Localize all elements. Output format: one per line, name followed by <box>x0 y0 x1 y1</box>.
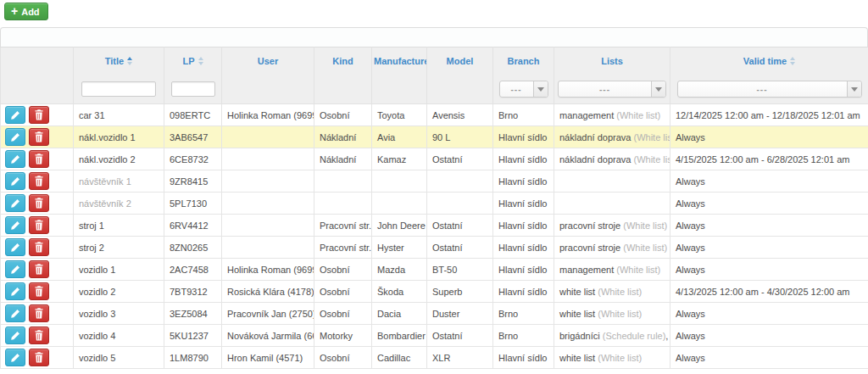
column-label-user: User <box>258 56 278 66</box>
pencil-icon <box>10 176 20 187</box>
cell-lists: management (White list) <box>554 259 670 281</box>
cell-model: Ostatní <box>427 325 493 347</box>
cell-lp: 1LM8790 <box>164 347 222 369</box>
pencil-icon <box>10 110 20 120</box>
plus-icon: + <box>11 5 18 17</box>
filter-cell-model <box>427 75 493 104</box>
cell-lists: white list (White list) <box>554 303 670 325</box>
branch-filter-select[interactable]: --- <box>499 81 548 98</box>
trash-icon <box>34 109 44 120</box>
cell-branch: Hlavní sídlo <box>493 193 554 215</box>
table-row[interactable]: stroj 28ZN0265Pracovní str...HysterOstat… <box>1 237 868 259</box>
delete-button[interactable] <box>29 304 49 322</box>
edit-button[interactable] <box>5 172 25 190</box>
lp-filter-input[interactable] <box>171 81 215 97</box>
trash-icon <box>34 264 44 275</box>
table-row[interactable]: návštěvník 25PL7130Hlavní sídloAlways <box>1 193 868 215</box>
edit-button[interactable] <box>5 349 25 366</box>
delete-button[interactable] <box>29 327 49 344</box>
column-header-branch: Branch <box>493 47 554 75</box>
cell-actions <box>1 215 74 237</box>
edit-button[interactable] <box>5 150 25 168</box>
cell-branch: Brno <box>493 325 554 347</box>
table-row[interactable]: návštěvník 19ZR8415Hlavní sídloAlways <box>1 170 868 193</box>
table-row[interactable]: car 31098ERTCHolinka Roman (9699)OsobníT… <box>1 104 868 126</box>
cell-title: car 31 <box>74 104 164 126</box>
title-filter-input[interactable] <box>81 81 156 97</box>
lists-filter-select[interactable]: --- <box>558 81 666 98</box>
cell-valid_time: Always <box>670 170 868 193</box>
trash-icon <box>34 198 44 209</box>
table-row[interactable]: vozidlo 33EZ5084Pracovník Jan (2750)Osob… <box>1 303 868 325</box>
delete-button[interactable] <box>29 260 49 278</box>
delete-button[interactable] <box>29 150 49 168</box>
cell-title: návštěvník 1 <box>74 170 164 193</box>
edit-button[interactable] <box>5 304 25 322</box>
edit-button[interactable] <box>5 106 25 124</box>
list-name: , whit... <box>665 331 670 341</box>
edit-button[interactable] <box>5 327 25 344</box>
cell-manufacturer <box>372 193 427 215</box>
cell-title: vozidlo 3 <box>74 303 164 325</box>
edit-button[interactable] <box>5 216 25 234</box>
table-row[interactable]: stroj 16RV4412Pracovní str...John DeereO… <box>1 215 868 237</box>
table-row[interactable]: vozidlo 27BT9312Rosická Klára (4178)Osob… <box>1 281 868 303</box>
cell-title: stroj 2 <box>74 237 164 259</box>
pencil-icon <box>10 220 20 231</box>
column-header-lp[interactable]: LP <box>164 47 222 75</box>
table-row[interactable]: vozidlo 51LM8790Hron Kamil (4571)OsobníC… <box>1 347 868 369</box>
add-button-label: Add <box>21 7 39 17</box>
edit-button[interactable] <box>5 194 25 212</box>
cell-manufacturer <box>372 170 427 193</box>
delete-button[interactable] <box>29 349 49 366</box>
edit-button[interactable] <box>5 260 25 278</box>
delete-button[interactable] <box>29 172 49 190</box>
delete-button[interactable] <box>29 194 49 212</box>
table-row[interactable]: nákl.vozidlo 13AB6547NákladníAvia90 LHla… <box>1 126 868 148</box>
table-row[interactable]: vozidlo 12AC7458Holinka Roman (9699)Osob… <box>1 259 868 281</box>
pencil-icon <box>10 243 20 253</box>
cell-actions <box>1 347 74 369</box>
cell-lp: 6RV4412 <box>164 215 222 237</box>
cell-valid_time: Always <box>670 347 868 369</box>
cell-kind: Nákladní <box>314 126 372 148</box>
column-header-user: User <box>222 47 314 75</box>
table-row[interactable]: nákl.vozidlo 26CE8732NákladníKamazOstatn… <box>1 148 868 170</box>
list-name: white list <box>559 353 595 363</box>
chevron-down-icon <box>651 81 665 97</box>
delete-button[interactable] <box>29 106 49 124</box>
cell-kind: Osobní <box>314 303 372 325</box>
vehicles-table-panel: TitleLPUserKindManufacturerModelBranchLi… <box>0 27 868 369</box>
delete-button[interactable] <box>29 282 49 300</box>
edit-button[interactable] <box>5 238 25 256</box>
cell-title: nákl.vozidlo 1 <box>74 126 164 148</box>
edit-button[interactable] <box>5 282 25 300</box>
valid_time-filter-select[interactable]: --- <box>677 81 862 98</box>
delete-button[interactable] <box>29 216 49 234</box>
edit-button[interactable] <box>5 128 25 146</box>
cell-model: 90 L <box>427 126 493 148</box>
trash-icon <box>34 131 44 142</box>
filter-cell-branch: --- <box>493 75 554 104</box>
delete-button[interactable] <box>29 128 49 146</box>
cell-actions <box>1 170 74 193</box>
cell-lp: 2AC7458 <box>164 259 222 281</box>
cell-user: Rosická Klára (4178) <box>222 281 314 303</box>
pencil-icon <box>10 132 20 142</box>
delete-button[interactable] <box>29 238 49 256</box>
cell-user <box>222 215 314 237</box>
cell-manufacturer: Hyster <box>372 237 427 259</box>
column-header-valid_time[interactable]: Valid time <box>670 47 868 75</box>
add-button[interactable]: + Add <box>4 3 48 20</box>
filter-cell-lp <box>164 75 222 104</box>
cell-manufacturer: Avia <box>372 126 427 148</box>
column-header-title[interactable]: Title <box>74 47 164 75</box>
trash-icon <box>34 352 44 363</box>
cell-lp: 5KU1237 <box>164 325 222 347</box>
cell-valid_time: Always <box>670 259 868 281</box>
column-label-kind: Kind <box>332 56 353 66</box>
valid_time-filter-value: --- <box>678 81 847 97</box>
cell-title: vozidlo 4 <box>74 325 164 347</box>
table-row[interactable]: vozidlo 45KU1237Nováková Jarmila (66...M… <box>1 325 868 347</box>
cell-actions <box>1 281 74 303</box>
